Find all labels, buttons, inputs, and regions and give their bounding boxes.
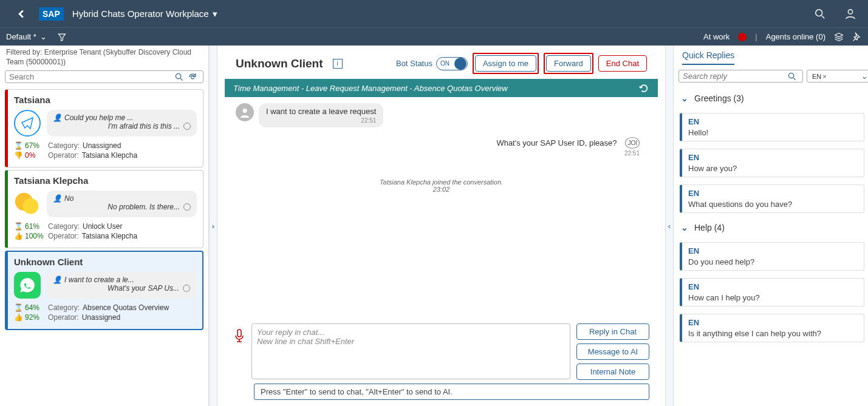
quick-reply-item[interactable]: EN What questions do you have? (680, 184, 864, 213)
operator-value: Unassigned (82, 313, 120, 322)
chat-search-input[interactable] (5, 70, 203, 83)
hourglass-icon: ⌛ (14, 141, 23, 150)
chevron-down-icon: ⌄ (861, 72, 868, 81)
search-icon[interactable] (815, 8, 825, 19)
toggle-knob (454, 58, 466, 70)
status-indicator[interactable] (738, 33, 747, 41)
operator-value: Tatsiana Klepcha (82, 151, 137, 160)
agents-online-label: Agents online (0) (766, 32, 825, 41)
hourglass-icon: ⌛ (14, 303, 23, 312)
status-circle-icon (183, 123, 191, 130)
chat-preview: 👤I want to create a le... What's your SA… (47, 272, 196, 299)
svg-point-9 (788, 73, 793, 78)
operator-label: Operator: (48, 232, 79, 240)
reply-group-header[interactable]: ⌄ Help (4) (681, 223, 863, 232)
back-button[interactable] (12, 10, 30, 18)
thumbs-up-icon: 👍 (14, 313, 23, 322)
language-tag: EN (812, 73, 821, 80)
reply-in-chat-button[interactable]: Reply in Chat (576, 323, 649, 340)
reply-group-title: Help (4) (694, 223, 725, 232)
preview-request: Could you help me ... (64, 113, 133, 122)
refresh-icon[interactable] (188, 73, 197, 81)
chat-platform-icon (14, 191, 41, 217)
language-select[interactable]: EN× ⌄ (807, 70, 868, 83)
pin-icon[interactable] (852, 32, 862, 42)
message-to-ai-button[interactable]: Message to AI (576, 343, 649, 360)
message-incoming: I want to create a leave request 22:51 (236, 103, 647, 127)
chat-card[interactable]: Tatsiana 👤Could you help me ... I'm afra… (5, 89, 203, 167)
chat-client-name: Tatsiana (14, 95, 197, 105)
quick-replies-panel: Quick Replies EN× ⌄ ⌄ Greetings (3) EN H… (674, 46, 868, 406)
message-time: 22:51 (266, 117, 376, 124)
user-icon[interactable] (845, 8, 856, 19)
quick-reply-item[interactable]: EN How can I help you? (680, 278, 864, 306)
bot-status-toggle[interactable]: ON (436, 57, 468, 70)
metric-time: 61% (25, 222, 39, 231)
forward-button[interactable]: Forward (546, 55, 591, 72)
preview-response: No problem. Is there... (108, 203, 180, 211)
bot-avatar-icon: JOI (625, 137, 640, 149)
reply-textarea[interactable]: Your reply in chat... New line in chat S… (251, 323, 570, 379)
view-selector[interactable]: Default * ⌄ (6, 32, 47, 41)
quick-reply-item[interactable]: EN Is it anything else I can help you wi… (680, 314, 864, 342)
sub-header: Default * ⌄ At work | Agents online (0) (0, 27, 868, 46)
internal-note-button[interactable]: Internal Note (576, 364, 649, 380)
person-icon: 👤 (53, 194, 62, 203)
collapse-left-button[interactable]: › (209, 46, 217, 406)
svg-point-0 (816, 9, 822, 16)
filter-summary: Filtered by: Enterprise Tenant (Skybuffe… (0, 46, 208, 69)
person-icon: 👤 (53, 113, 62, 122)
metric-rating: 92% (25, 313, 39, 322)
chevron-down-icon: ⌄ (681, 93, 688, 103)
quick-reply-lang: EN (688, 318, 858, 327)
reply-placeholder-1: Your reply in chat... (257, 328, 565, 337)
at-work-label: At work (703, 32, 730, 41)
message-outgoing: What's your SAP User ID, please? JOI 22:… (236, 134, 647, 160)
quick-reply-text: How can I help you? (688, 293, 858, 302)
reply-search-input[interactable] (678, 70, 803, 83)
assign-to-me-button[interactable]: Assign to me (475, 55, 536, 72)
quick-reply-item[interactable]: EN How are you? (680, 149, 864, 177)
chat-card[interactable]: Tatsiana Klepcha 👤No No problem. Is ther… (5, 170, 203, 248)
svg-rect-8 (238, 330, 241, 337)
end-chat-button[interactable]: End Chat (598, 55, 647, 72)
operator-value: Tatsiana Klepcha (82, 232, 137, 240)
remove-lang-icon[interactable]: × (822, 73, 826, 80)
chat-client-name: Tatsiana Klepcha (14, 175, 197, 186)
category-label: Category: (48, 141, 80, 150)
info-icon[interactable]: i (333, 59, 343, 69)
layers-icon[interactable] (834, 32, 844, 42)
message-text: I want to create a leave request (266, 107, 376, 116)
conversation-panel: Unknown Client i Bot Status ON Assign to… (217, 46, 665, 406)
quick-reply-item[interactable]: EN Do you need help? (680, 242, 864, 271)
undo-icon[interactable] (638, 83, 649, 93)
quick-reply-text: Do you need help? (688, 257, 858, 266)
tab-quick-replies[interactable]: Quick Replies (682, 50, 734, 65)
quick-reply-lang: EN (688, 189, 858, 198)
filter-icon[interactable] (58, 33, 66, 41)
divider: | (755, 32, 757, 41)
microphone-icon[interactable] (233, 328, 245, 343)
hourglass-icon: ⌛ (14, 222, 23, 231)
quick-reply-item[interactable]: EN Hello! (680, 113, 864, 141)
message-text: What's your SAP User ID, please? (496, 138, 617, 147)
status-circle-icon (183, 203, 191, 211)
sap-logo: SAP (39, 7, 64, 21)
svg-line-1 (822, 15, 825, 18)
whatsapp-icon (14, 272, 41, 299)
metric-rating: 100% (25, 232, 44, 240)
chat-card-selected[interactable]: Unknown Client 👤I want to create a le...… (5, 251, 203, 330)
chat-search-field[interactable] (9, 72, 173, 81)
category-value: Absence Quotas Overview (83, 303, 169, 312)
preview-response: What's your SAP Us... (108, 284, 179, 293)
app-title-dropdown[interactable]: Hybrid Chats Operator Workplace ▾ (72, 8, 217, 19)
reply-group-title: Greetings (3) (694, 93, 744, 103)
search-icon[interactable] (788, 72, 796, 81)
collapse-right-button[interactable]: ‹ (665, 46, 674, 406)
system-message-time: 23:02 (236, 186, 647, 193)
metric-time: 64% (25, 303, 39, 312)
reply-group-header[interactable]: ⌄ Greetings (3) (681, 93, 863, 103)
bot-status-label: Bot Status (396, 59, 432, 68)
reply-search-field[interactable] (683, 72, 785, 81)
search-icon[interactable] (175, 73, 183, 81)
